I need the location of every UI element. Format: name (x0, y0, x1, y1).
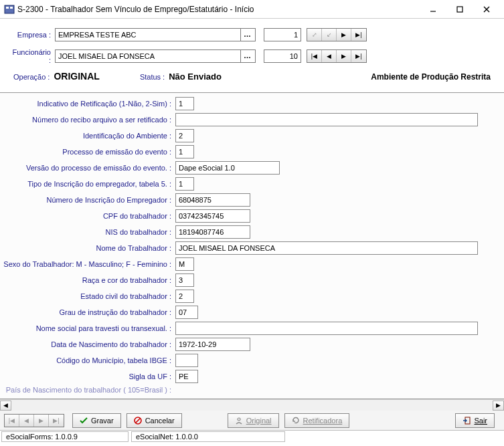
operacao-value: ORIGINAL (54, 71, 99, 82)
svg-rect-1 (6, 7, 9, 9)
field-input[interactable] (175, 177, 194, 191)
funcionario-input[interactable] (56, 50, 240, 62)
field-input[interactable] (175, 322, 478, 335)
field-input[interactable] (175, 161, 280, 175)
field-input[interactable] (175, 113, 478, 126)
retificadora-button: Retificadora (284, 413, 350, 428)
rec-next-button: ▶ (34, 415, 49, 427)
funcionario-combo[interactable]: … (55, 49, 256, 63)
funcionario-next-button[interactable]: ▶ (337, 50, 351, 62)
field-input[interactable] (175, 145, 194, 158)
truncated-field-label: País de Nascimento do trabalhador ( 105=… (3, 386, 175, 394)
svg-line-8 (135, 418, 140, 423)
field-row: Data de Nascimento do trabalhador : (3, 338, 497, 351)
maximize-button[interactable] (446, 1, 473, 18)
hscroll-right-button[interactable]: ▶ (493, 401, 504, 411)
funcionario-lookup-button[interactable]: … (240, 50, 254, 62)
field-row: Código do Município, tabela IBGE : (3, 354, 497, 367)
minimize-button[interactable] (420, 1, 446, 18)
field-input[interactable] (175, 193, 250, 207)
funcionario-prev-button[interactable]: ◀ (322, 50, 337, 62)
field-input[interactable] (175, 225, 250, 239)
field-input[interactable] (175, 290, 194, 303)
form-area[interactable]: Indicativo de Retificação (1-Não, 2-Sim)… (0, 93, 504, 399)
rec-first-button: |◀ (5, 415, 19, 427)
field-row: Sexo do Trabalhador: M - Masculino; F - … (3, 257, 497, 271)
field-label: Nome do Trabalhador : (3, 244, 175, 252)
gravar-button[interactable]: Gravar (72, 413, 121, 428)
operacao-label: Operação : (13, 73, 50, 81)
ambiente-label: Ambiente de Produção Restrita (371, 72, 491, 82)
field-input[interactable] (175, 257, 194, 271)
svg-point-9 (238, 418, 240, 421)
empresa-next-button[interactable]: ▶ (337, 29, 351, 41)
field-input[interactable] (175, 241, 478, 255)
empresa-nav: ⤢ ↙ ▶ ▶| (307, 28, 367, 41)
field-input[interactable] (175, 129, 194, 142)
field-label: Número do recibo arquivo a ser retificad… (3, 116, 175, 124)
rec-prev-button: ◀ (19, 415, 34, 427)
refresh-icon (292, 417, 300, 425)
gravar-label: Gravar (91, 417, 114, 425)
empresa-plot-first-icon: ⤢ (307, 29, 322, 41)
field-input[interactable] (175, 209, 250, 223)
field-label: Nome social para travesti ou transexual.… (3, 324, 175, 332)
empresa-last-button[interactable]: ▶| (351, 29, 366, 41)
original-button: Original (228, 413, 279, 428)
funcionario-num-input[interactable] (264, 49, 301, 63)
field-label: Identificação do Ambiente : (3, 132, 175, 140)
field-label: Indicativo de Retificação (1-Não, 2-Sim)… (3, 100, 175, 108)
field-input[interactable] (175, 97, 194, 110)
field-row: Nome do Trabalhador : (3, 241, 497, 255)
field-label: Tipo de Inscrição do empregador, tabela … (3, 180, 175, 188)
svg-rect-4 (457, 7, 463, 12)
funcionario-label: Funcionário : (11, 48, 55, 64)
field-row: Estado civil do trabalhador : (3, 290, 497, 303)
field-label: Versão do processo de emissão do evento.… (3, 164, 175, 172)
field-row: Número do recibo arquivo a ser retificad… (3, 113, 497, 126)
field-label: NIS do trabalhador : (3, 228, 175, 236)
original-label: Original (246, 417, 272, 425)
field-row: Nome social para travesti ou transexual.… (3, 322, 497, 335)
field-input[interactable] (175, 370, 198, 383)
field-row: Tipo de Inscrição do empregador, tabela … (3, 177, 497, 191)
field-row: Raça e cor do trabalhador : (3, 273, 497, 287)
field-row: CPF do trabalhador : (3, 209, 497, 223)
field-row: Grau de instrução do trabalhador : (3, 306, 497, 319)
field-row: Processo de emissão do evento : (3, 145, 497, 158)
empresa-lookup-button[interactable]: … (240, 29, 254, 41)
funcionario-first-button[interactable]: |◀ (307, 50, 322, 62)
field-input[interactable] (175, 273, 194, 287)
empresa-combo[interactable]: … (55, 28, 256, 41)
funcionario-last-button[interactable]: ▶| (351, 50, 366, 62)
funcionario-nav: |◀ ◀ ▶ ▶| (307, 49, 367, 63)
sair-label: Sair (474, 417, 487, 425)
field-input[interactable] (175, 306, 198, 319)
field-label: Sexo do Trabalhador: M - Masculino; F - … (3, 260, 175, 268)
window-title: S-2300 - Trabalhador Sem Vínculo de Empr… (17, 5, 420, 14)
empresa-input[interactable] (56, 29, 240, 41)
prohibit-icon (134, 417, 142, 425)
close-button[interactable] (473, 1, 500, 18)
svg-rect-2 (10, 7, 13, 9)
empresa-label: Empresa : (11, 31, 55, 39)
sair-button[interactable]: Sair (455, 413, 495, 428)
empresa-num-input[interactable] (264, 28, 301, 41)
person-icon (235, 417, 243, 425)
field-label: Estado civil do trabalhador : (3, 292, 175, 300)
check-icon (80, 417, 88, 425)
field-label: Código do Município, tabela IBGE : (3, 356, 175, 364)
field-label: Número de Inscrição do Empregador : (3, 196, 175, 204)
field-row: Versão do processo de emissão do evento.… (3, 161, 497, 175)
button-bar: |◀ ◀ ▶ ▶| Gravar Cancelar Original Retif… (0, 411, 504, 431)
field-row: Identificação do Ambiente : (3, 129, 497, 142)
horizontal-scrollbar[interactable]: ◀ ▶ (0, 399, 504, 411)
cancelar-button[interactable]: Cancelar (127, 413, 182, 428)
field-input[interactable] (175, 338, 250, 351)
exit-icon (463, 417, 471, 425)
status-forms: eSocialForms: 1.0.0.9 (1, 431, 129, 442)
hscroll-left-button[interactable]: ◀ (0, 401, 11, 411)
field-input[interactable] (175, 354, 198, 367)
retificadora-label: Retificadora (303, 417, 343, 425)
field-label: Raça e cor do trabalhador : (3, 276, 175, 284)
